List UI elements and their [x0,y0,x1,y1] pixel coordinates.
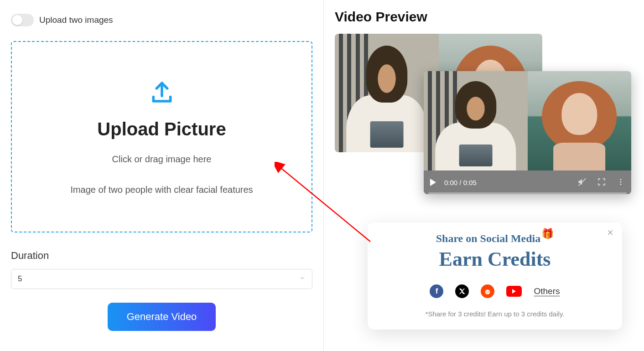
left-panel: Upload two images Upload Picture Click o… [0,0,324,351]
upload-two-images-row: Upload two images [11,14,312,26]
generate-video-button[interactable]: Generate Video [108,303,216,331]
preview-photo-person-1 [335,34,439,152]
share-card: Share on Social Media 🎁 Earn Credits f O… [368,222,622,330]
toggle-knob [12,15,22,25]
fullscreen-icon[interactable] [597,178,606,187]
video-progress-bar[interactable] [428,192,627,194]
video-frame-person-1 [424,71,528,170]
reddit-icon[interactable] [481,284,494,298]
share-subtitle: Earn Credits [380,248,609,271]
upload-icon [149,79,175,106]
preview-stack: 0:00 / 0:05 [335,34,633,202]
upload-two-images-toggle[interactable] [11,14,34,26]
share-title-text: Share on Social Media [436,232,541,245]
svg-point-2 [620,181,622,182]
x-twitter-icon[interactable] [455,284,469,298]
upload-dropzone[interactable]: Upload Picture Click or drag image here … [11,41,312,232]
upload-subtitle-1: Click or drag image here [112,154,212,165]
video-preview-title: Video Preview [335,9,633,25]
more-icon[interactable] [617,178,625,187]
chevron-down-icon [299,274,306,284]
social-icons-row: f Others [380,284,609,298]
close-icon[interactable] [607,229,614,238]
duration-label: Duration [11,250,312,262]
gift-icon: 🎁 [541,228,554,240]
video-frame-person-2 [528,71,632,170]
duration-value: 5 [18,274,22,284]
facebook-icon[interactable]: f [430,284,443,298]
upload-two-images-label: Upload two images [39,15,113,25]
svg-point-3 [620,183,622,185]
share-title: Share on Social Media 🎁 [436,232,554,245]
svg-point-1 [620,179,622,180]
svg-point-7 [485,289,490,294]
duration-select[interactable]: 5 [11,269,312,289]
share-note: *Share for 3 credits! Earn up to 3 credi… [380,310,609,318]
youtube-icon[interactable] [506,286,522,297]
upload-subtitle-2: Image of two people with clear facial fe… [70,185,253,195]
video-controls-bar: 0:00 / 0:05 [424,170,631,194]
play-icon[interactable] [430,179,436,186]
upload-title: Upload Picture [97,119,226,139]
svg-point-8 [486,291,487,292]
video-time-display: 0:00 / 0:05 [444,179,477,186]
mute-icon[interactable] [577,177,587,188]
others-link[interactable]: Others [534,286,560,296]
svg-point-9 [488,291,489,292]
preview-video-player[interactable]: 0:00 / 0:05 [424,71,631,194]
